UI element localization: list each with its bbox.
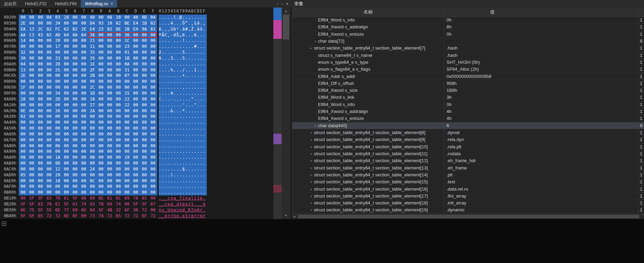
hex-byte[interactable]: 2D	[53, 96, 62, 102]
variable-row[interactable]: Elf64_Xword s_size1B8h1	[292, 87, 644, 94]
hex-byte[interactable]: 00	[45, 79, 53, 85]
hex-byte[interactable]: 00	[62, 50, 71, 55]
hex-byte[interactable]: 00	[45, 55, 53, 61]
hex-byte[interactable]: 00	[71, 15, 79, 20]
variable-row[interactable]: enum s_flags64_e s_flagsSF64_Alloc (2h)1	[292, 66, 644, 73]
hex-byte[interactable]: 00	[36, 61, 45, 67]
hex-byte[interactable]: 74	[97, 213, 105, 219]
hex-byte[interactable]: 00	[79, 90, 88, 96]
column-header-name[interactable]: 名称	[292, 8, 444, 17]
hex-byte[interactable]: 00	[27, 44, 36, 50]
hex-byte[interactable]: 00	[71, 85, 79, 90]
hex-byte[interactable]: 00	[36, 102, 45, 108]
hex-byte[interactable]: 00	[62, 155, 71, 160]
hex-byte[interactable]: 74	[79, 201, 88, 207]
hex-byte[interactable]: 00	[140, 184, 149, 190]
hex-ascii[interactable]: ....&...*.......	[159, 108, 207, 114]
hex-byte[interactable]: 00	[105, 79, 114, 85]
hex-byte[interactable]: 00	[27, 73, 36, 79]
hex-byte[interactable]: 00	[105, 160, 114, 166]
variable-row[interactable]: Elf64_Word s_link3h1	[292, 94, 644, 101]
hex-row[interactable]: 09F0h00000000340000001D00000015000000...…	[0, 90, 273, 96]
hex-byte[interactable]: 00	[36, 184, 45, 190]
hex-byte[interactable]: 00	[36, 15, 45, 20]
hex-byte[interactable]: 00	[123, 143, 131, 149]
hex-byte[interactable]: 00	[131, 32, 140, 38]
hex-byte[interactable]: 00	[140, 79, 149, 85]
tab-libfindflag-so[interactable]: libfindflag.so×	[81, 0, 117, 8]
hex-byte[interactable]: 7A	[131, 195, 140, 201]
hex-byte[interactable]: 00	[36, 38, 45, 44]
hex-byte[interactable]: 00	[53, 149, 62, 155]
hex-byte[interactable]: 00	[131, 102, 140, 108]
hex-byte[interactable]: 00	[105, 73, 114, 79]
hex-byte[interactable]: 00	[131, 184, 140, 190]
hex-byte[interactable]: 00	[71, 125, 79, 131]
hex-byte[interactable]: 72	[105, 213, 114, 219]
hex-byte[interactable]: 00	[131, 108, 140, 114]
hex-byte[interactable]: 00	[97, 73, 105, 79]
hex-row[interactable]: 09A0h040000002D0000001E0000000A000000...…	[0, 61, 273, 67]
hex-byte[interactable]: 00	[19, 120, 27, 125]
variable-row[interactable]: Elf64_Word s_info0h1	[292, 17, 644, 24]
hex-byte[interactable]: 00	[140, 73, 149, 79]
hex-bytes[interactable]: 00000000120000002400000000000000	[19, 166, 157, 172]
hex-byte[interactable]: 00	[105, 137, 114, 143]
hex-row[interactable]: 09E0h1F000000000000002C00000000000000...…	[0, 85, 273, 90]
hex-byte[interactable]: 00	[105, 190, 114, 195]
hex-byte[interactable]: 00	[62, 190, 71, 195]
hex-byte[interactable]: 00	[27, 190, 36, 195]
hex-byte[interactable]: 00	[114, 67, 123, 73]
hex-byte[interactable]: 00	[62, 160, 71, 166]
hex-byte[interactable]: 00	[45, 184, 53, 190]
hex-bytes[interactable]: 00000000000000000F00000000000000	[19, 137, 157, 143]
hex-byte[interactable]: 00	[131, 149, 140, 155]
hex-byte[interactable]: 00	[27, 137, 36, 143]
hex-ascii[interactable]: .__cxa_finalize.	[159, 195, 207, 201]
hex-byte[interactable]: 00	[71, 90, 79, 96]
hex-byte[interactable]: 11	[88, 44, 97, 50]
hex-byte[interactable]: 00	[105, 143, 114, 149]
hex-byte[interactable]: 00	[71, 50, 79, 55]
hex-byte[interactable]: 00	[36, 120, 45, 125]
hex-byte[interactable]: B2	[71, 26, 79, 32]
hex-byte[interactable]: 00	[140, 55, 149, 61]
hex-byte[interactable]: 78	[53, 195, 62, 201]
hex-byte[interactable]: 00	[114, 184, 123, 190]
hex-byte[interactable]: 00	[97, 184, 105, 190]
hex-byte[interactable]: 00	[19, 143, 27, 149]
hex-byte[interactable]: 26	[53, 108, 62, 114]
hex-byte[interactable]: 69	[71, 207, 79, 213]
hex-byte[interactable]: 04	[19, 61, 27, 67]
hex-byte[interactable]: 00	[45, 20, 53, 26]
hex-byte[interactable]: 00	[123, 79, 131, 85]
hex-byte[interactable]: 00	[36, 137, 45, 143]
hex-byte[interactable]: 00	[97, 79, 105, 85]
hex-byte[interactable]: 00	[149, 131, 157, 137]
variable-row[interactable]: Elf64_Off s_offset958h1	[292, 80, 644, 87]
hex-byte[interactable]: 00	[105, 155, 114, 160]
hex-byte[interactable]: 00	[79, 55, 88, 61]
variable-row[interactable]: Elf64_Word s_info0h1	[292, 101, 644, 108]
hex-byte[interactable]: 69	[88, 195, 97, 201]
hex-byte[interactable]: 00	[105, 102, 114, 108]
chevron-right-icon[interactable]: ›	[309, 136, 313, 143]
hex-byte[interactable]: 00	[71, 120, 79, 125]
hex-byte[interactable]: 00	[71, 114, 79, 120]
hex-byte[interactable]: C3	[27, 32, 36, 38]
hex-byte[interactable]: 00	[114, 90, 123, 96]
hex-editor[interactable]: 0123456789ABCDEF 0123456789ABCDEF 0920h0…	[0, 8, 273, 219]
hex-byte[interactable]: 5F	[27, 213, 36, 219]
hex-byte[interactable]: 63	[36, 201, 45, 207]
hex-ascii[interactable]: ................	[159, 160, 207, 166]
hex-byte[interactable]: 25	[53, 67, 62, 73]
hex-byte[interactable]: 00	[27, 20, 36, 26]
hex-byte[interactable]: 75	[27, 207, 36, 213]
hex-byte[interactable]: 00	[27, 120, 36, 125]
hex-ascii[interactable]: ....4...........	[159, 90, 207, 96]
hex-byte[interactable]: 5F	[131, 201, 140, 207]
hex-byte[interactable]: 36	[123, 32, 131, 38]
hex-byte[interactable]: 00	[105, 125, 114, 131]
column-header-value[interactable]: 值	[444, 8, 541, 17]
hex-byte[interactable]: 00	[62, 166, 71, 172]
